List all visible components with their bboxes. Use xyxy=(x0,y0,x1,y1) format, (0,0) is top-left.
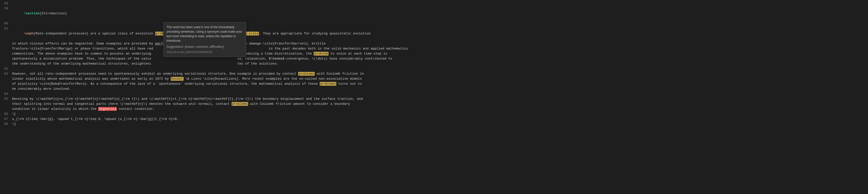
line-content-65: Denoting by \(\mathbf{u}=u_{\rm n}\mathb… xyxy=(12,96,868,102)
line-content-61: \emph{Rate-independent processes} are a … xyxy=(12,26,868,41)
highlighted-word-problems-3[interactable]: problems xyxy=(320,82,336,86)
line-number-65: 65 xyxy=(0,96,12,102)
emph-command: \emph xyxy=(24,32,34,35)
tooltip-id: (932) [It:en:EN_REPEATEDWORDS] xyxy=(166,50,243,54)
line-content-63-cont1: linear elasticity whose mathematical ana… xyxy=(12,76,868,81)
line-content-65-cont2: condition in linear elasticity in which … xyxy=(12,107,868,112)
line-68: 68 \] xyxy=(0,121,868,127)
line-60: 60 xyxy=(0,21,868,26)
line-61: 61 \emph{Rate-independent processes} are… xyxy=(0,26,868,41)
line-number-64: 64 xyxy=(0,91,12,96)
line-number-59: 59 xyxy=(0,6,12,11)
line-content-59: \section{Introduction} xyxy=(12,6,868,21)
highlighted-word-problem-1[interactable]: problem xyxy=(314,52,329,56)
line-58: 58 xyxy=(0,1,868,6)
line-content-63-cont3: be considerably more involved. xyxy=(12,86,868,91)
line-number-61: 61 xyxy=(0,26,12,31)
tooltip-main-text: This word has been used in one of the im… xyxy=(166,25,243,43)
line-63: 63 However, not all rate-independent pro… xyxy=(0,72,868,76)
line-61-cont3: communities. The above examples have in … xyxy=(0,51,868,56)
highlighted-word-duvaut[interactable]: Duvaut xyxy=(171,77,184,81)
line-number-68: 68 xyxy=(0,121,12,127)
line-59: 59 \section{Introduction} xyxy=(0,6,868,21)
line-63-cont1: linear elasticity whose mathematical ana… xyxy=(0,76,868,81)
line-content-61-cont1: in which viscous effects can be neglecte… xyxy=(12,41,868,46)
emph-content: {Rate-independent processes} are a speci… xyxy=(34,32,155,35)
line-65-cont2: condition in linear elasticity in which … xyxy=(0,107,868,112)
text-after-timescale: . They are appropriate for studying quas… xyxy=(259,32,371,35)
line-65-cont1: their splitting into normal and tangenti… xyxy=(0,102,868,107)
line-64: 64 xyxy=(0,91,868,96)
line-content-67: u_{\rm n}\leq \bar{g}, \qquad t_{\rm n}\… xyxy=(12,117,868,121)
line-content-61-cont3: communities. The above examples have in … xyxy=(12,51,868,56)
tooltip-suggestions-list: [issues, concerns, difficulties] xyxy=(185,45,224,49)
highlighted-word-problems-2[interactable]: problems xyxy=(298,72,315,76)
line-content-68: \] xyxy=(12,121,868,127)
highlighted-word-signorini[interactable]: Signorini xyxy=(98,107,117,111)
line-content-63-cont2: of plasticity \cite{BabaFrancfortMora}. … xyxy=(12,81,868,86)
line-61-cont5: the understanding of the underlying math… xyxy=(0,61,868,66)
line-content-65-cont1: their splitting into normal and tangenti… xyxy=(12,102,868,107)
editor: 58 59 \section{Introduction} 60 61 \emph… xyxy=(0,0,868,128)
line-61-cont4: spontaneously a minimization problem. Th… xyxy=(0,56,868,61)
line-66: 66 \[ xyxy=(0,112,868,117)
line-number-58: 58 xyxy=(0,1,12,6)
section-brace-open: { xyxy=(39,11,41,15)
section-command: \section xyxy=(24,11,39,15)
line-number-63: 63 xyxy=(0,72,12,76)
highlighted-word-problems-4[interactable]: problems xyxy=(231,102,248,106)
line-63-cont2: of plasticity \cite{BabaFrancfortMora}. … xyxy=(0,81,868,86)
line-61-cont2: fracture-\cite{FrancfortMarigo} or phase… xyxy=(0,46,868,51)
line-number-67: 67 xyxy=(0,117,12,121)
tooltip-suggestions: Suggestions: [issues, concerns, difficul… xyxy=(166,45,243,49)
line-content-66: \[ xyxy=(12,112,868,117)
section-title: Introduction xyxy=(41,11,65,15)
line-number-60: 60 xyxy=(0,21,12,26)
tooltip-suggestions-label: Suggestions: xyxy=(166,45,184,49)
line-content-61-cont4: spontaneously a minimization problem. Th… xyxy=(12,56,868,61)
line-63-cont3: be considerably more involved. xyxy=(0,86,868,91)
line-number-62: 62 xyxy=(0,66,12,72)
line-number-66: 66 xyxy=(0,112,12,117)
line-content-63: However, not all rate-independent proces… xyxy=(12,72,868,76)
line-67: 67 u_{\rm n}\leq \bar{g}, \qquad t_{\rm … xyxy=(0,117,868,121)
tooltip-popup: This word has been used in one of the im… xyxy=(163,22,246,57)
line-content-61-cont2: fracture-\cite{FrancfortMarigo} or phase… xyxy=(12,46,868,51)
line-61-cont1: in which viscous effects can be neglecte… xyxy=(0,41,868,46)
section-brace-close: } xyxy=(65,11,67,15)
line-65: 65 Denoting by \(\mathbf{u}=u_{\rm n}\ma… xyxy=(0,96,868,102)
line-62: 62 xyxy=(0,66,868,72)
line-content-61-cont5: the understanding of the underlying math… xyxy=(12,61,868,66)
